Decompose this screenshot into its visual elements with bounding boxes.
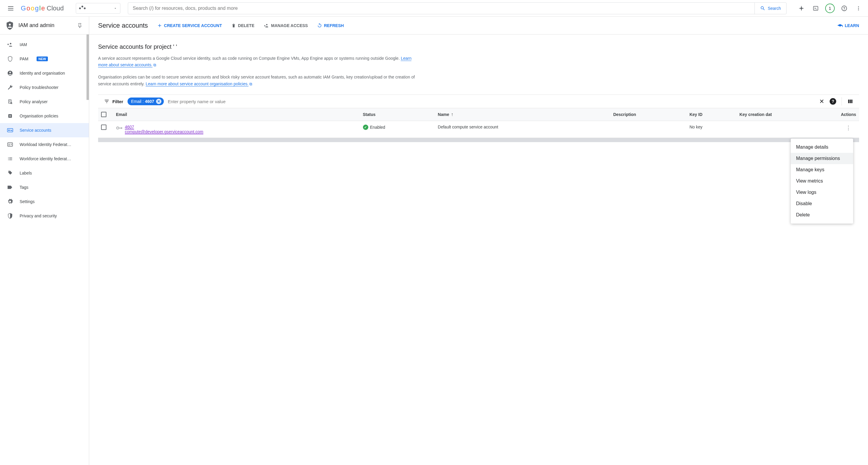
- logo-suffix: Cloud: [47, 4, 64, 12]
- row-actions-button[interactable]: ⋮: [846, 125, 851, 131]
- col-status[interactable]: Status: [360, 108, 435, 121]
- iam-shield-icon: [6, 21, 14, 30]
- row-checkbox[interactable]: [101, 125, 106, 130]
- sidebar-item-labels[interactable]: Labels: [0, 166, 89, 180]
- col-keycreation[interactable]: Key creation dat: [737, 108, 838, 121]
- col-name[interactable]: Name↑: [435, 108, 610, 121]
- chip-remove-icon[interactable]: ✕: [156, 99, 161, 104]
- graduation-icon: [837, 23, 843, 28]
- sidebar-item-policy-analyser[interactable]: Policy analyser: [0, 95, 89, 109]
- select-all-checkbox[interactable]: [101, 112, 106, 117]
- search-bar: Search: [128, 2, 787, 14]
- sidebar-item-workforce-identity-federat[interactable]: Workforce identity federat…: [0, 152, 89, 166]
- nav-label: Workload Identity Federat…: [20, 142, 71, 147]
- list-icon: [7, 156, 13, 162]
- main-content: Service accounts CREATE SERVICE ACCOUNT …: [89, 17, 868, 465]
- column-display-icon[interactable]: [847, 99, 853, 104]
- filter-chip-email[interactable]: Email : 4607 ✕: [127, 97, 164, 105]
- tag-arrow-icon: [7, 184, 13, 190]
- menu-item-manage-permissions[interactable]: Manage permissions: [791, 153, 853, 164]
- nav-menu-button[interactable]: [4, 1, 18, 16]
- sidebar-item-policy-troubleshooter[interactable]: Policy troubleshooter: [0, 80, 89, 95]
- filter-help-icon[interactable]: ?: [830, 98, 836, 105]
- scrollbar[interactable]: [87, 34, 89, 100]
- delete-button[interactable]: DELETE: [231, 23, 254, 28]
- nav-label: Policy troubleshooter: [20, 85, 59, 90]
- nav-label: PAM: [20, 57, 28, 61]
- learn-button[interactable]: LEARN: [837, 23, 859, 28]
- project-selector[interactable]: [76, 3, 120, 14]
- sidebar-item-service-accounts[interactable]: Service accounts: [0, 123, 89, 137]
- table-scroll-track[interactable]: [98, 138, 859, 142]
- gemini-icon[interactable]: [796, 2, 807, 14]
- service-account-email-link[interactable]: 4607: [125, 125, 134, 130]
- sidebar-item-pam[interactable]: PAM NEW: [0, 52, 89, 66]
- svg-rect-15: [8, 143, 13, 146]
- col-keyid[interactable]: Key ID: [686, 108, 736, 121]
- status-cell: ✓ Enabled: [363, 125, 432, 130]
- sidebar-item-workload-identity-federat[interactable]: Workload Identity Federat…: [0, 137, 89, 152]
- notifications-badge[interactable]: 1: [824, 2, 836, 14]
- description-2: Organisation policies can be used to sec…: [98, 74, 419, 87]
- clear-filters-icon[interactable]: ✕: [819, 98, 824, 105]
- learn-more-policies-link[interactable]: Learn more about service account organis…: [146, 82, 249, 87]
- status-text: Enabled: [370, 125, 385, 130]
- keycreation-cell: [737, 121, 838, 138]
- badge-count: 1: [825, 4, 835, 13]
- search-input[interactable]: [128, 6, 754, 11]
- shield-icon: [7, 56, 13, 62]
- svg-rect-21: [851, 100, 852, 103]
- sidebar-item-settings[interactable]: Settings: [0, 194, 89, 209]
- svg-point-7: [10, 43, 11, 44]
- sidebar-item-privacy-and-security[interactable]: Privacy and security: [0, 209, 89, 223]
- sort-asc-icon: ↑: [451, 112, 453, 117]
- id-card-icon: [7, 142, 13, 148]
- pin-icon[interactable]: [78, 23, 83, 28]
- sidebar: IAM and admin IAM PAM NEW Identity and o…: [0, 17, 89, 465]
- filter-input[interactable]: [168, 99, 815, 104]
- menu-item-disable[interactable]: Disable: [791, 198, 853, 209]
- service-account-icon: ⊙⊸: [116, 125, 122, 130]
- menu-item-manage-details[interactable]: Manage details: [791, 142, 853, 153]
- col-email[interactable]: Email: [113, 108, 360, 121]
- svg-point-6: [9, 24, 11, 25]
- desc1-text: A service account represents a Google Cl…: [98, 56, 401, 61]
- doc-search-icon: [7, 99, 13, 105]
- manage-label: MANAGE ACCESS: [271, 23, 308, 28]
- sidebar-item-iam[interactable]: IAM: [0, 37, 89, 52]
- tag-icon: [7, 170, 13, 176]
- gcp-logo[interactable]: Google Cloud: [21, 4, 64, 12]
- table-header-row: Email Status Name↑ Description Key ID Ke…: [98, 108, 859, 121]
- filter-icon: [104, 99, 110, 104]
- divider: [841, 97, 842, 105]
- sidebar-item-organisation-policies[interactable]: Organisation policies: [0, 109, 89, 123]
- menu-item-view-logs[interactable]: View logs: [791, 187, 853, 198]
- description-cell: [610, 121, 687, 138]
- menu-item-view-metrics[interactable]: View metrics: [791, 176, 853, 187]
- refresh-button[interactable]: REFRESH: [317, 23, 344, 28]
- service-account-email-sub[interactable]: compute@developer.gserviceaccount.com: [125, 129, 203, 134]
- sidebar-item-tags[interactable]: Tags: [0, 180, 89, 194]
- create-label: CREATE SERVICE ACCOUNT: [164, 23, 222, 28]
- col-description[interactable]: Description: [610, 108, 687, 121]
- col-actions: Actions: [838, 108, 859, 121]
- sidebar-item-identity-and-organisation[interactable]: Identity and organisation: [0, 66, 89, 80]
- svg-point-16: [9, 144, 9, 145]
- svg-rect-20: [850, 100, 851, 103]
- svg-rect-19: [848, 100, 849, 103]
- menu-item-manage-keys[interactable]: Manage keys: [791, 164, 853, 176]
- gear-icon: [7, 198, 13, 205]
- refresh-icon: [317, 23, 322, 28]
- search-button[interactable]: Search: [754, 3, 786, 14]
- create-service-account-button[interactable]: CREATE SERVICE ACCOUNT: [157, 23, 222, 28]
- search-button-label: Search: [768, 6, 781, 11]
- help-icon[interactable]: ?: [838, 2, 850, 14]
- nav-label: Privacy and security: [20, 214, 57, 218]
- sidebar-header: IAM and admin: [0, 17, 89, 34]
- more-menu-icon[interactable]: [852, 2, 864, 14]
- manage-access-button[interactable]: MANAGE ACCESS: [264, 23, 308, 28]
- svg-point-14: [8, 130, 9, 131]
- cloud-shell-icon[interactable]: [810, 2, 822, 14]
- menu-item-delete[interactable]: Delete: [791, 209, 853, 221]
- svg-point-3: [858, 6, 859, 7]
